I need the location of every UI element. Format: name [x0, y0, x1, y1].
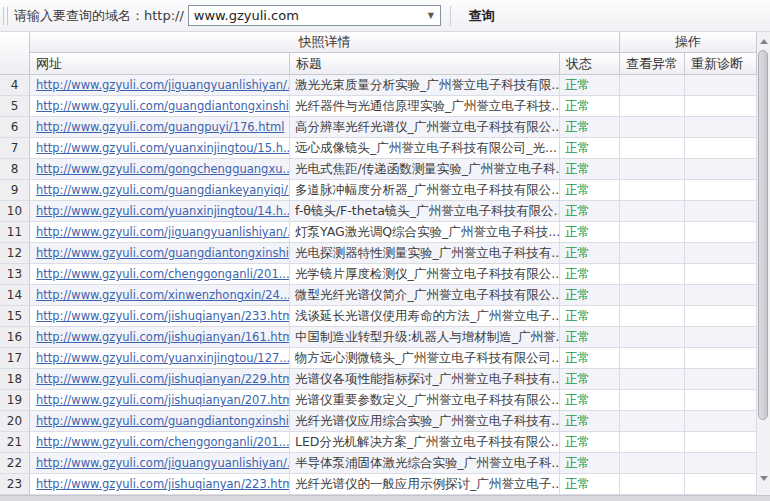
view-exception-cell[interactable] — [620, 138, 685, 159]
column-header-title[interactable]: 标题 — [290, 53, 560, 75]
rediagnose-cell[interactable] — [685, 411, 757, 432]
title-cell: 灯泵YAG激光调Q综合实验_广州誉立电子科技... — [290, 222, 560, 243]
view-exception-cell[interactable] — [620, 411, 685, 432]
rediagnose-cell[interactable] — [685, 201, 757, 222]
url-link[interactable]: http://www.gzyuli.com/chenggonganli/201.… — [36, 267, 290, 281]
view-exception-cell[interactable] — [620, 75, 685, 96]
rediagnose-cell[interactable] — [685, 327, 757, 348]
view-exception-cell[interactable] — [620, 96, 685, 117]
rediagnose-cell[interactable] — [685, 222, 757, 243]
scrollbar-up-button[interactable] — [757, 34, 770, 49]
rediagnose-cell[interactable] — [685, 159, 757, 180]
rediagnose-cell[interactable] — [685, 96, 757, 117]
url-link[interactable]: http://www.gzyuli.com/jishuqianyan/223.h… — [36, 477, 290, 491]
rediagnose-cell[interactable] — [685, 138, 757, 159]
url-link[interactable]: http://www.gzyuli.com/jishuqianyan/229.h… — [36, 372, 290, 386]
url-link[interactable]: http://www.gzyuli.com/gongchengguangxu..… — [36, 162, 290, 176]
toolbar-separator — [450, 6, 451, 26]
rediagnose-cell[interactable] — [685, 117, 757, 138]
combobox-dropdown-icon[interactable]: ▼ — [422, 11, 440, 20]
view-exception-cell[interactable] — [620, 117, 685, 138]
rediagnose-cell[interactable] — [685, 369, 757, 390]
view-exception-cell[interactable] — [620, 369, 685, 390]
url-link[interactable]: http://www.gzyuli.com/jishuqianyan/161.h… — [36, 330, 290, 344]
url-link[interactable]: http://www.gzyuli.com/jishuqianyan/207.h… — [36, 393, 290, 407]
url-link[interactable]: http://www.gzyuli.com/jiguangyuanlishiya… — [36, 78, 290, 92]
view-exception-cell[interactable] — [620, 159, 685, 180]
table-row: 23http://www.gzyuli.com/jishuqianyan/223… — [0, 474, 757, 495]
title-cell: 光纤器件与光通信原理实验_广州誉立电子科技... — [290, 96, 560, 117]
title-cell: 浅谈延长光谱仪使用寿命的方法_广州誉立电子... — [290, 306, 560, 327]
rediagnose-cell[interactable] — [685, 180, 757, 201]
table-row: 6http://www.gzyuli.com/guangpuyi/176.htm… — [0, 117, 757, 138]
rediagnose-cell[interactable] — [685, 390, 757, 411]
url-link[interactable]: http://www.gzyuli.com/guangdiantongxinsh… — [36, 246, 290, 260]
table-row: 13http://www.gzyuli.com/chenggonganli/20… — [0, 264, 757, 285]
title-cell: 激光光束质量分析实验_广州誉立电子科技有限... — [290, 75, 560, 96]
rediagnose-cell[interactable] — [685, 264, 757, 285]
view-exception-cell[interactable] — [620, 327, 685, 348]
url-link[interactable]: http://www.gzyuli.com/jishuqianyan/233.h… — [36, 309, 290, 323]
snapshot-table: 快照详情 操作 网址 标题 状态 查看异常 重新诊断 4http://www.g… — [0, 32, 757, 495]
column-header-status[interactable]: 状态 — [560, 53, 620, 75]
rediagnose-cell[interactable] — [685, 306, 757, 327]
url-link[interactable]: http://www.gzyuli.com/guangdiantongxinsh… — [36, 414, 290, 428]
url-link[interactable]: http://www.gzyuli.com/yuanxinjingtou/14.… — [36, 204, 290, 218]
status-text: 正常 — [560, 369, 620, 390]
rediagnose-cell[interactable] — [685, 432, 757, 453]
row-number: 9 — [0, 180, 30, 201]
column-header-rediagnose[interactable]: 重新诊断 — [685, 53, 757, 75]
view-exception-cell[interactable] — [620, 222, 685, 243]
table-row: 16http://www.gzyuli.com/jishuqianyan/161… — [0, 327, 757, 348]
url-cell: http://www.gzyuli.com/guangpuyi/176.html — [30, 117, 290, 138]
rediagnose-cell[interactable] — [685, 453, 757, 474]
title-cell: 光纤光谱仪的一般应用示例探讨_广州誉立电子... — [290, 474, 560, 495]
rediagnose-cell[interactable] — [685, 75, 757, 96]
status-text: 正常 — [560, 390, 620, 411]
row-number: 14 — [0, 285, 30, 306]
column-header-url[interactable]: 网址 — [30, 53, 290, 75]
view-exception-cell[interactable] — [620, 474, 685, 495]
scrollbar-thumb[interactable] — [758, 50, 768, 420]
rediagnose-cell[interactable] — [685, 243, 757, 264]
query-button[interactable]: 查询 — [461, 3, 503, 29]
title-cell: 半导体泵浦固体激光综合实验_广州誉立电子科... — [290, 453, 560, 474]
row-number: 17 — [0, 348, 30, 369]
url-link[interactable]: http://www.gzyuli.com/xinwenzhongxin/24.… — [36, 288, 290, 302]
status-text: 正常 — [560, 453, 620, 474]
view-exception-cell[interactable] — [620, 348, 685, 369]
rediagnose-cell[interactable] — [685, 348, 757, 369]
domain-combobox[interactable]: www.gzyuli.com ▼ — [188, 5, 441, 26]
status-text: 正常 — [560, 348, 620, 369]
view-exception-cell[interactable] — [620, 180, 685, 201]
header-group-operation: 操作 — [620, 32, 757, 53]
scrollbar-down-button[interactable] — [757, 471, 770, 486]
url-link[interactable]: http://www.gzyuli.com/guangdiankeyanyiqi… — [36, 183, 290, 197]
view-exception-cell[interactable] — [620, 306, 685, 327]
url-link[interactable]: http://www.gzyuli.com/guangdiantongxinsh… — [36, 99, 290, 113]
view-exception-cell[interactable] — [620, 201, 685, 222]
status-text: 正常 — [560, 96, 620, 117]
url-link[interactable]: http://www.gzyuli.com/yuanxinjingtou/15.… — [36, 141, 290, 155]
view-exception-cell[interactable] — [620, 264, 685, 285]
domain-combobox-value: www.gzyuli.com — [189, 8, 422, 23]
rediagnose-cell[interactable] — [685, 474, 757, 495]
url-link[interactable]: http://www.gzyuli.com/jiguangyuanlishiya… — [36, 225, 290, 239]
toolbar-grip-icon[interactable] — [3, 7, 8, 25]
column-header-view-exception[interactable]: 查看异常 — [620, 53, 685, 75]
vertical-scrollbar[interactable] — [757, 32, 770, 496]
row-number: 6 — [0, 117, 30, 138]
url-link[interactable]: http://www.gzyuli.com/chenggonganli/201.… — [36, 435, 290, 449]
table-row: 8http://www.gzyuli.com/gongchengguangxu.… — [0, 159, 757, 180]
url-link[interactable]: http://www.gzyuli.com/guangpuyi/176.html — [36, 120, 284, 134]
title-cell: 光纤光谱仪应用综合实验_广州誉立电子科技有... — [290, 411, 560, 432]
url-link[interactable]: http://www.gzyuli.com/jiguangyuanlishiya… — [36, 456, 290, 470]
table-row: 12http://www.gzyuli.com/guangdiantongxin… — [0, 243, 757, 264]
view-exception-cell[interactable] — [620, 453, 685, 474]
view-exception-cell[interactable] — [620, 390, 685, 411]
view-exception-cell[interactable] — [620, 285, 685, 306]
rediagnose-cell[interactable] — [685, 285, 757, 306]
view-exception-cell[interactable] — [620, 432, 685, 453]
view-exception-cell[interactable] — [620, 243, 685, 264]
url-link[interactable]: http://www.gzyuli.com/yuanxinjingtou/127… — [36, 351, 290, 365]
